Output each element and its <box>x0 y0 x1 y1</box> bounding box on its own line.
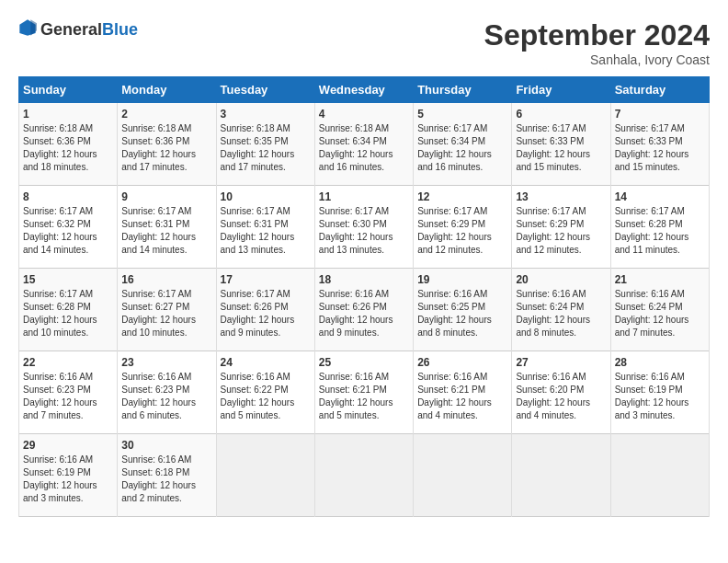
day-number: 16 <box>121 273 211 286</box>
day-number: 11 <box>319 190 409 203</box>
calendar-cell: 21 Sunrise: 6:16 AM Sunset: 6:24 PM Dayl… <box>610 269 709 351</box>
day-number: 21 <box>615 273 705 286</box>
cell-info: Sunrise: 6:17 AM Sunset: 6:34 PM Dayligh… <box>417 122 507 174</box>
calendar-cell: 11 Sunrise: 6:17 AM Sunset: 6:30 PM Dayl… <box>314 186 413 269</box>
calendar-cell: 4 Sunrise: 6:18 AM Sunset: 6:34 PM Dayli… <box>314 103 413 186</box>
calendar-cell: 15 Sunrise: 6:17 AM Sunset: 6:28 PM Dayl… <box>19 269 118 351</box>
day-number: 18 <box>319 273 409 286</box>
cell-info: Sunrise: 6:16 AM Sunset: 6:20 PM Dayligh… <box>516 371 606 422</box>
title-section: September 2024 Sanhala, Ivory Coast <box>484 18 710 67</box>
cell-info: Sunrise: 6:18 AM Sunset: 6:36 PM Dayligh… <box>121 122 211 174</box>
day-number: 14 <box>615 190 705 203</box>
header-monday: Monday <box>118 77 216 103</box>
calendar-cell: 27 Sunrise: 6:16 AM Sunset: 6:20 PM Dayl… <box>512 351 610 434</box>
calendar-cell: 19 Sunrise: 6:16 AM Sunset: 6:25 PM Dayl… <box>414 269 512 351</box>
header-tuesday: Tuesday <box>216 77 314 103</box>
cell-info: Sunrise: 6:16 AM Sunset: 6:19 PM Dayligh… <box>615 371 705 422</box>
calendar-cell <box>512 434 610 517</box>
day-number: 2 <box>121 108 211 121</box>
header-wednesday: Wednesday <box>314 77 413 103</box>
header-sunday: Sunday <box>19 77 118 103</box>
day-number: 5 <box>417 108 507 121</box>
calendar-cell <box>414 434 512 517</box>
cell-info: Sunrise: 6:16 AM Sunset: 6:26 PM Dayligh… <box>319 288 409 339</box>
day-number: 9 <box>121 190 211 203</box>
day-number: 4 <box>319 108 409 121</box>
calendar-cell: 16 Sunrise: 6:17 AM Sunset: 6:27 PM Dayl… <box>118 269 216 351</box>
week-row-5: 29 Sunrise: 6:16 AM Sunset: 6:19 PM Dayl… <box>19 434 710 517</box>
cell-info: Sunrise: 6:16 AM Sunset: 6:25 PM Dayligh… <box>417 288 507 339</box>
header-row: SundayMondayTuesdayWednesdayThursdayFrid… <box>19 77 710 103</box>
day-number: 15 <box>23 273 113 286</box>
logo-blue: Blue <box>102 20 138 39</box>
calendar-cell: 29 Sunrise: 6:16 AM Sunset: 6:19 PM Dayl… <box>19 434 118 517</box>
calendar-table: SundayMondayTuesdayWednesdayThursdayFrid… <box>18 76 710 517</box>
calendar-cell: 12 Sunrise: 6:17 AM Sunset: 6:29 PM Dayl… <box>414 186 512 269</box>
calendar-cell <box>610 434 709 517</box>
cell-info: Sunrise: 6:17 AM Sunset: 6:31 PM Dayligh… <box>221 205 311 257</box>
cell-info: Sunrise: 6:17 AM Sunset: 6:27 PM Dayligh… <box>121 288 211 339</box>
cell-info: Sunrise: 6:17 AM Sunset: 6:31 PM Dayligh… <box>121 205 211 257</box>
calendar-cell: 18 Sunrise: 6:16 AM Sunset: 6:26 PM Dayl… <box>314 269 413 351</box>
cell-info: Sunrise: 6:18 AM Sunset: 6:36 PM Dayligh… <box>23 122 113 174</box>
calendar-cell: 25 Sunrise: 6:16 AM Sunset: 6:21 PM Dayl… <box>314 351 413 434</box>
day-number: 28 <box>615 356 705 369</box>
calendar-cell: 10 Sunrise: 6:17 AM Sunset: 6:31 PM Dayl… <box>216 186 314 269</box>
page-header: GeneralBlue September 2024 Sanhala, Ivor… <box>18 18 710 67</box>
location: Sanhala, Ivory Coast <box>484 52 710 67</box>
calendar-header: SundayMondayTuesdayWednesdayThursdayFrid… <box>19 77 710 103</box>
logo: GeneralBlue <box>18 18 138 40</box>
day-number: 29 <box>23 439 113 452</box>
calendar-cell <box>216 434 314 517</box>
calendar-cell: 14 Sunrise: 6:17 AM Sunset: 6:28 PM Dayl… <box>610 186 709 269</box>
cell-info: Sunrise: 6:16 AM Sunset: 6:23 PM Dayligh… <box>121 371 211 422</box>
week-row-4: 22 Sunrise: 6:16 AM Sunset: 6:23 PM Dayl… <box>19 351 710 434</box>
calendar-cell: 26 Sunrise: 6:16 AM Sunset: 6:21 PM Dayl… <box>414 351 512 434</box>
calendar-cell: 7 Sunrise: 6:17 AM Sunset: 6:33 PM Dayli… <box>610 103 709 186</box>
header-thursday: Thursday <box>414 77 512 103</box>
calendar-cell <box>314 434 413 517</box>
cell-info: Sunrise: 6:17 AM Sunset: 6:26 PM Dayligh… <box>221 288 311 339</box>
cell-info: Sunrise: 6:17 AM Sunset: 6:33 PM Dayligh… <box>615 122 705 174</box>
day-number: 30 <box>121 439 211 452</box>
cell-info: Sunrise: 6:18 AM Sunset: 6:34 PM Dayligh… <box>319 122 409 174</box>
day-number: 19 <box>417 273 507 286</box>
day-number: 25 <box>319 356 409 369</box>
day-number: 12 <box>417 190 507 203</box>
cell-info: Sunrise: 6:17 AM Sunset: 6:30 PM Dayligh… <box>319 205 409 257</box>
day-number: 20 <box>516 273 606 286</box>
calendar-cell: 30 Sunrise: 6:16 AM Sunset: 6:18 PM Dayl… <box>118 434 216 517</box>
header-friday: Friday <box>512 77 610 103</box>
calendar-cell: 20 Sunrise: 6:16 AM Sunset: 6:24 PM Dayl… <box>512 269 610 351</box>
calendar-cell: 9 Sunrise: 6:17 AM Sunset: 6:31 PM Dayli… <box>118 186 216 269</box>
cell-info: Sunrise: 6:16 AM Sunset: 6:21 PM Dayligh… <box>319 371 409 422</box>
cell-info: Sunrise: 6:17 AM Sunset: 6:29 PM Dayligh… <box>417 205 507 257</box>
calendar-cell: 17 Sunrise: 6:17 AM Sunset: 6:26 PM Dayl… <box>216 269 314 351</box>
header-saturday: Saturday <box>610 77 709 103</box>
calendar-cell: 2 Sunrise: 6:18 AM Sunset: 6:36 PM Dayli… <box>118 103 216 186</box>
cell-info: Sunrise: 6:16 AM Sunset: 6:22 PM Dayligh… <box>221 371 311 422</box>
cell-info: Sunrise: 6:16 AM Sunset: 6:24 PM Dayligh… <box>516 288 606 339</box>
cell-info: Sunrise: 6:16 AM Sunset: 6:21 PM Dayligh… <box>417 371 507 422</box>
logo-icon <box>18 18 37 37</box>
calendar-cell: 8 Sunrise: 6:17 AM Sunset: 6:32 PM Dayli… <box>19 186 118 269</box>
week-row-1: 1 Sunrise: 6:18 AM Sunset: 6:36 PM Dayli… <box>19 103 710 186</box>
cell-info: Sunrise: 6:17 AM Sunset: 6:29 PM Dayligh… <box>516 205 606 257</box>
calendar-cell: 3 Sunrise: 6:18 AM Sunset: 6:35 PM Dayli… <box>216 103 314 186</box>
cell-info: Sunrise: 6:16 AM Sunset: 6:18 PM Dayligh… <box>121 454 211 505</box>
week-row-2: 8 Sunrise: 6:17 AM Sunset: 6:32 PM Dayli… <box>19 186 710 269</box>
day-number: 17 <box>221 273 311 286</box>
month-title: September 2024 <box>484 18 710 52</box>
cell-info: Sunrise: 6:16 AM Sunset: 6:23 PM Dayligh… <box>23 371 113 422</box>
calendar-cell: 1 Sunrise: 6:18 AM Sunset: 6:36 PM Dayli… <box>19 103 118 186</box>
calendar-cell: 23 Sunrise: 6:16 AM Sunset: 6:23 PM Dayl… <box>118 351 216 434</box>
cell-info: Sunrise: 6:18 AM Sunset: 6:35 PM Dayligh… <box>221 122 311 174</box>
cell-info: Sunrise: 6:17 AM Sunset: 6:32 PM Dayligh… <box>23 205 113 257</box>
calendar-cell: 5 Sunrise: 6:17 AM Sunset: 6:34 PM Dayli… <box>414 103 512 186</box>
day-number: 24 <box>221 356 311 369</box>
calendar-cell: 24 Sunrise: 6:16 AM Sunset: 6:22 PM Dayl… <box>216 351 314 434</box>
calendar-cell: 13 Sunrise: 6:17 AM Sunset: 6:29 PM Dayl… <box>512 186 610 269</box>
day-number: 6 <box>516 108 606 121</box>
cell-info: Sunrise: 6:16 AM Sunset: 6:24 PM Dayligh… <box>615 288 705 339</box>
day-number: 23 <box>121 356 211 369</box>
